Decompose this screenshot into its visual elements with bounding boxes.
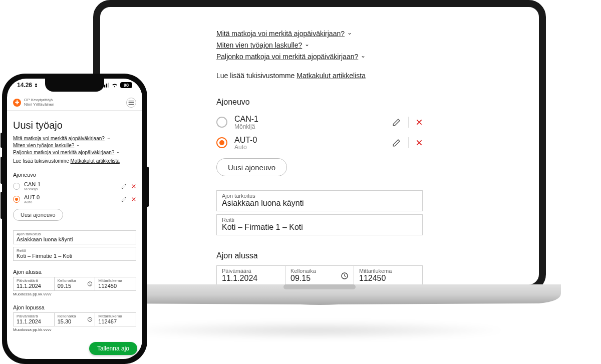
vehicle-edit-0[interactable] — [392, 118, 401, 127]
end-helper-m: Muodossa pp.kk.vvvv — [13, 327, 136, 332]
start-odo-field-m[interactable]: Mittarilukema112450 — [95, 277, 136, 290]
faq-link-1[interactable]: Mitä matkoja voi merkitä ajopäiväkirjaan… — [216, 30, 345, 38]
svg-rect-4 — [102, 86, 103, 88]
end-time-field-m[interactable]: Kellonaika15.30 — [55, 313, 96, 326]
macbook-base — [78, 284, 561, 314]
vehicle-radio-0-m[interactable] — [13, 183, 20, 190]
start-date-label-m: Päivämäärä — [14, 277, 54, 283]
faq-more-prefix-m: Lue lisää tukisivustomme — [13, 158, 71, 164]
svg-rect-2 — [283, 284, 356, 289]
battery-indicator: 98 — [120, 82, 132, 88]
vehicle-info-0: CAN-1 Mönkijä — [234, 115, 392, 130]
vehicle-row-0-m[interactable]: CAN-1Mönkijä — [13, 180, 136, 193]
svg-rect-7 — [108, 83, 109, 87]
clock-icon — [341, 272, 349, 280]
purpose-field-m[interactable]: Ajon tarkoitus Asiakkaan luona käynti — [13, 230, 136, 244]
hamburger-icon — [128, 100, 134, 105]
vehicle-heading: Ajoneuvo — [216, 98, 423, 107]
vehicle-edit-1-m[interactable] — [121, 196, 127, 202]
faq-links: Mitä matkoja voi merkitä ajopäiväkirjaan… — [216, 29, 423, 82]
vehicle-radio-1-m[interactable] — [13, 196, 20, 203]
start-odo-value-m[interactable]: 112450 — [95, 283, 136, 290]
start-date-value-m[interactable]: 11.1.2024 — [14, 283, 54, 290]
start-date-field-m[interactable]: Päivämäärä11.1.2024 — [14, 277, 55, 290]
vehicle-kind-1-m: Auto — [24, 200, 121, 204]
faq-more-prefix: Lue lisää tukisivustomme — [216, 72, 296, 80]
vehicle-heading-m: Ajoneuvo — [13, 172, 136, 178]
faq-more-link-m[interactable]: Matkakulut artikkelista — [71, 158, 120, 164]
vehicle-delete-0-m[interactable] — [131, 184, 136, 189]
route-label: Reitti — [217, 215, 422, 223]
start-odo-field[interactable]: Mittarilukema 112450 — [354, 266, 422, 286]
route-value-m[interactable]: Koti – Firmatie 1 – Koti — [14, 253, 136, 260]
vehicle-actions-separator — [408, 137, 409, 148]
menu-button[interactable] — [126, 98, 136, 108]
new-vehicle-button-m[interactable]: Uusi ajoneuvo — [13, 209, 63, 221]
purpose-label-m: Ajon tarkoitus — [14, 231, 136, 236]
faq-link-1-m[interactable]: Mitä matkoja voi merkitä ajopäiväkirjaan… — [13, 136, 105, 141]
route-value[interactable]: Koti – Firmatie 1 – Koti — [217, 223, 422, 235]
vehicle-row-1[interactable]: AUT-0 Auto — [216, 133, 423, 154]
clock-icon — [87, 317, 93, 322]
vehicle-row-1-m[interactable]: AUT-0Auto — [13, 193, 136, 206]
route-field[interactable]: Reitti Koti – Firmatie 1 – Koti — [216, 214, 423, 235]
status-time: 14.26 — [17, 82, 32, 89]
end-row-m: Päivämäärä11.1.2024 Kellonaika15.30 Mitt… — [13, 312, 136, 326]
start-row: Päivämäärä 11.1.2024 Kellonaika 09.15 Mi… — [216, 265, 423, 286]
end-odo-label-m: Mittarilukema — [95, 313, 136, 318]
start-helper-m: Muodossa pp.kk.vvvv — [13, 292, 136, 296]
vehicle-edit-1[interactable] — [392, 138, 401, 147]
vehicle-actions-separator — [408, 117, 409, 128]
vehicle-radio-0[interactable] — [216, 117, 227, 128]
wifi-icon — [111, 83, 118, 88]
vehicle-edit-0-m[interactable] — [121, 183, 127, 189]
macbook-frame: Mitä matkoja voi merkitä ajopäiväkirjaan… — [93, 0, 546, 291]
faq-link-2[interactable]: Miten vien työajon laskulle? — [216, 41, 302, 49]
start-date-label: Päivämäärä — [217, 266, 285, 274]
vehicle-row-0[interactable]: CAN-1 Mönkijä — [216, 112, 423, 133]
end-date-label-m: Päivämäärä — [14, 313, 54, 318]
end-date-value-m[interactable]: 11.1.2024 — [14, 318, 54, 326]
vehicle-delete-1-m[interactable] — [131, 197, 136, 202]
faq-link-3[interactable]: Paljonko matkoja voi merkitä ajopäiväkir… — [216, 53, 358, 61]
end-odo-value-m[interactable]: 112467 — [95, 318, 136, 326]
vehicle-delete-1[interactable] — [416, 139, 423, 146]
vehicle-info-1: AUT-0 Auto — [234, 136, 392, 151]
vehicle-plate-0-m: CAN-1 — [24, 181, 121, 187]
route-label-m: Reitti — [14, 247, 136, 253]
purpose-value-m[interactable]: Asiakkaan luona käynti — [14, 236, 136, 244]
vehicle-plate-0: CAN-1 — [234, 115, 392, 124]
faq-link-3-m[interactable]: Paljonko matkoja voi merkitä ajopäiväkir… — [13, 150, 114, 155]
start-time-field[interactable]: Kellonaika 09.15 — [285, 266, 354, 286]
clock-icon — [87, 281, 93, 287]
vehicle-plate-1: AUT-0 — [234, 136, 392, 145]
app-header: ✚ OP Kevytyrittäjä Nimi Yrittäväinen — [7, 95, 142, 111]
battery-value: 98 — [120, 82, 132, 88]
vehicle-kind-0: Mönkijä — [234, 124, 392, 130]
mobile-app-viewport: Uusi työajo Mitä matkoja voi merkitä ajo… — [7, 112, 142, 359]
route-field-m[interactable]: Reitti Koti – Firmatie 1 – Koti — [13, 247, 136, 261]
start-heading-m: Ajon alussa — [13, 269, 136, 275]
desktop-app-viewport: Mitä matkoja voi merkitä ajopäiväkirjaan… — [101, 8, 538, 283]
faq-links-mobile: Mitä matkoja voi merkitä ajopäiväkirjaan… — [13, 135, 136, 164]
page-title: Uusi työajo — [13, 120, 136, 131]
start-odo-label: Mittarilukema — [354, 266, 422, 274]
end-date-field-m[interactable]: Päivämäärä11.1.2024 — [14, 313, 55, 326]
vehicle-radio-1[interactable] — [216, 137, 227, 148]
save-button[interactable]: Tallenna ajo — [89, 342, 137, 355]
purpose-value[interactable]: Asiakkaan luona käynti — [217, 199, 422, 211]
svg-rect-5 — [104, 85, 105, 87]
end-heading-m: Ajon lopussa — [13, 304, 136, 310]
svg-rect-6 — [106, 84, 107, 88]
status-bar: 14.26 98 — [7, 82, 142, 89]
purpose-field[interactable]: Ajon tarkoitus Asiakkaan luona käynti — [216, 190, 423, 211]
app-header-text: OP Kevytyrittäjä Nimi Yrittäväinen — [24, 98, 54, 107]
purpose-label: Ajon tarkoitus — [217, 191, 422, 199]
start-time-field-m[interactable]: Kellonaika09.15 — [55, 277, 96, 290]
end-odo-field-m[interactable]: Mittarilukema112467 — [95, 313, 136, 326]
faq-more-link[interactable]: Matkakulut artikkelista — [296, 72, 366, 80]
vehicle-delete-0[interactable] — [416, 119, 423, 126]
new-vehicle-button[interactable]: Uusi ajoneuvo — [216, 158, 287, 176]
start-date-field[interactable]: Päivämäärä 11.1.2024 — [217, 266, 285, 286]
faq-link-2-m[interactable]: Miten vien työajon laskulle? — [13, 143, 74, 148]
